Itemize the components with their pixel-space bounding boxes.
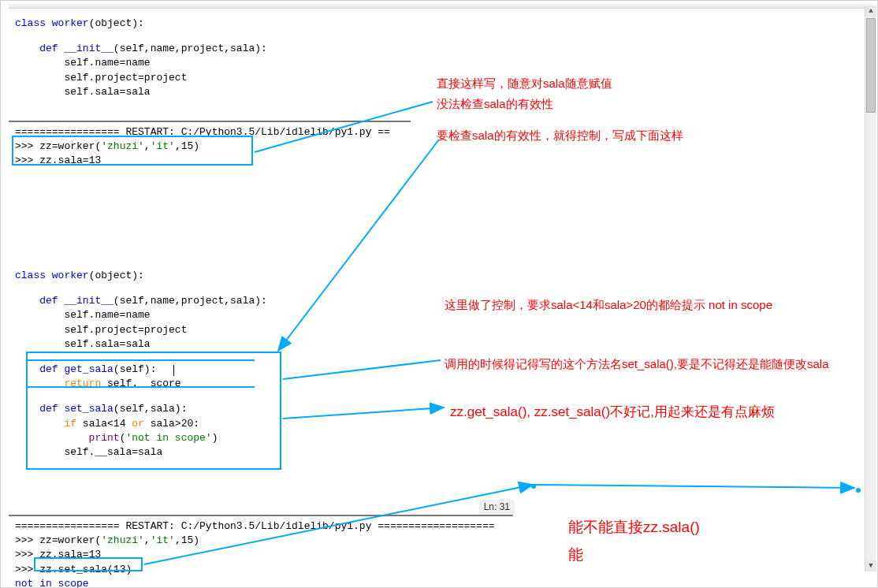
repl-panel-bottom: ================= RESTART: C:/Python3.5/… <box>15 519 495 588</box>
window-toolbar <box>9 2 874 9</box>
blue-dot <box>531 484 536 489</box>
svg-line-4 <box>283 408 444 419</box>
scroll-up-arrow[interactable]: ▲ <box>865 6 876 17</box>
scroll-down-arrow[interactable]: ▼ <box>865 560 876 571</box>
svg-line-3 <box>283 360 441 379</box>
annotation-2: 没法检查sala的有效性 <box>437 95 553 112</box>
annotation-1: 直接这样写，随意对sala随意赋值 <box>437 75 612 91</box>
blue-dot <box>856 488 861 493</box>
annotation-7: 能不能直接zz.sala() <box>568 517 700 538</box>
svg-line-2 <box>278 140 439 351</box>
text-cursor <box>173 365 174 376</box>
vertical-scrollbar[interactable]: ▲ ▼ <box>865 6 876 571</box>
annotation-6: zz.get_sala(), zz.set_sala()不好记,用起来还是有点麻… <box>450 403 775 422</box>
separator-top <box>9 121 411 122</box>
annotation-3: 要检查sala的有效性，就得控制，写成下面这样 <box>437 127 683 143</box>
annotation-8: 能 <box>568 545 583 566</box>
annotation-5: 调用的时候得记得写的这个方法名set_sala(),要是不记得还是能随便改sal… <box>445 355 829 372</box>
highlight-box-top <box>12 136 253 166</box>
annotation-4: 这里做了控制，要求sala<14和sala>20的都给提示 not in sco… <box>445 296 772 313</box>
scroll-thumb[interactable] <box>866 18 876 113</box>
line-status: Ln: 31 <box>479 500 515 515</box>
code-panel-top: class worker(object): def __init__(self,… <box>15 17 267 99</box>
highlight-box-setsala <box>34 557 143 571</box>
highlight-box-code2-getsala <box>26 359 255 388</box>
separator-bottom <box>9 515 513 516</box>
svg-line-6 <box>533 485 854 488</box>
